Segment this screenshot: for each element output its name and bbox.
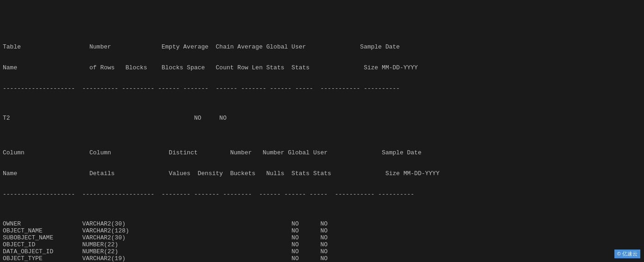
table-header-divider: -------------------- ---------- --------… [3, 85, 641, 92]
table-header-line1: Table Number Empty Average Chain Average… [3, 43, 641, 50]
table-row: SUBOBJECT_NAME VARCHAR2(30) NO NO [3, 234, 641, 241]
column-rows-container: OWNER VARCHAR2(30) NO NOOBJECT_NAME VARC… [3, 220, 641, 262]
table-stats-section: Table Number Empty Average Chain Average… [3, 30, 641, 99]
table-row: OBJECT_TYPE VARCHAR2(19) NO NO [3, 255, 641, 262]
table-row: OBJECT_ID NUMBER(22) NO NO [3, 241, 641, 248]
table-row: OBJECT_NAME VARCHAR2(128) NO NO [3, 227, 641, 234]
table-row: OWNER VARCHAR2(30) NO NO [3, 220, 641, 227]
column-header-divider: -------------------- -------------------… [3, 191, 641, 198]
table-row: DATA_OBJECT_ID NUMBER(22) NO NO [3, 248, 641, 255]
table-data-row: T2 NO NO [3, 115, 641, 122]
table-header-line2: Name of Rows Blocks Blocks Space Count R… [3, 64, 641, 71]
column-stats-section: Column Column Distinct Number Number Glo… [3, 135, 641, 205]
column-header-line2: Name Details Values Density Buckets Null… [3, 170, 641, 177]
watermark: © 亿速云 [614, 250, 640, 258]
column-header-line1: Column Column Distinct Number Number Glo… [3, 149, 641, 156]
